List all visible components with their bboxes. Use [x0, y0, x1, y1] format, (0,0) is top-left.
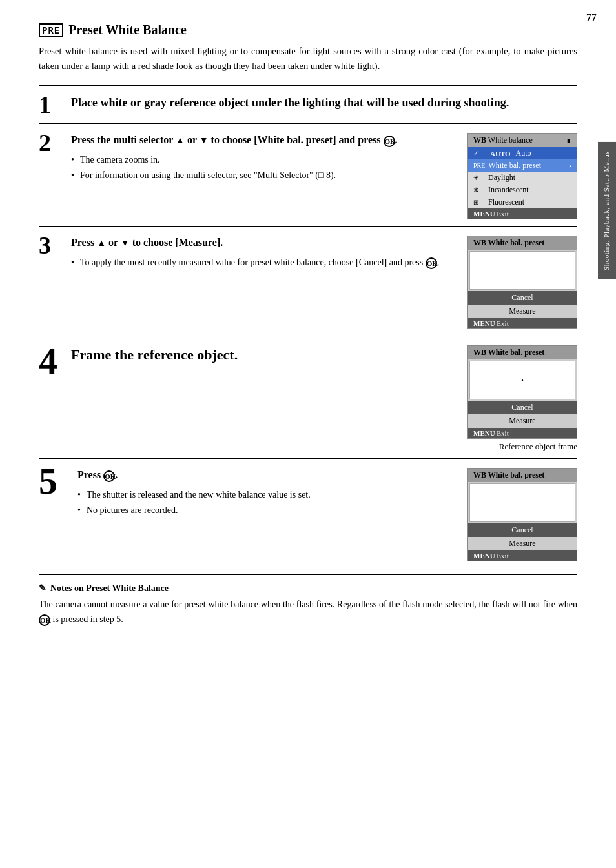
step-4-heading: Frame the reference object.	[71, 345, 457, 365]
preset-label: White bal. preset	[488, 161, 541, 170]
notes-title: ✎ Notes on Preset White Balance	[39, 583, 577, 594]
wb-measure-4: Measure	[468, 414, 577, 428]
incandescent-label: Incandescent	[488, 185, 529, 195]
page-number: 77	[586, 12, 597, 23]
step-4: 4 Frame the reference object. WB White b…	[39, 336, 577, 458]
daylight-icon: ✳	[473, 174, 485, 181]
step-2: 2 Press the multi selector ▲ or ▼ to cho…	[39, 123, 577, 226]
step-5-bullet-1: The shutter is released and the new whit…	[77, 488, 457, 502]
menu-item-daylight: ✳ Daylight	[468, 172, 577, 184]
intro-paragraph: Preset white balance is used with mixed …	[39, 44, 577, 74]
auto-tag: AUTO	[488, 150, 513, 157]
step-2-bullet-1: The camera zooms in.	[71, 153, 457, 167]
fluorescent-label: Fluorescent	[488, 197, 524, 207]
section-title: PRE Preset White Balance	[39, 23, 577, 37]
side-tab: Shooting, Playback, and Setup Menus	[598, 142, 616, 279]
wb-measure-5: Measure	[468, 537, 577, 550]
checkmark-icon: ✓	[473, 150, 485, 157]
step-3-body: Press ▲ or ▼ to choose [Measure]. To app…	[71, 236, 577, 329]
wb-menu-header-4: WB White bal. preset	[468, 346, 577, 359]
step-2-text: Press the multi selector ▲ or ▼ to choos…	[71, 133, 457, 185]
wb-viewfinder-dot	[469, 361, 575, 399]
menu-wb-label: WB White balance	[473, 136, 533, 145]
wb-cancel-4: Cancel	[468, 401, 577, 414]
step-4-right: WB White bal. preset Cancel Measure MENU…	[467, 345, 577, 452]
step-3-wb-menu: WB White bal. preset Cancel Measure MENU…	[467, 236, 577, 329]
step-3-number: 3	[39, 233, 71, 257]
step-3-content: Press ▲ or ▼ to choose [Measure]. To app…	[71, 236, 577, 329]
step-3-text: Press ▲ or ▼ to choose [Measure]. To app…	[71, 236, 457, 271]
step-2-bullet-2: For information on using the multi selec…	[71, 168, 457, 183]
step-4-number: 4	[39, 343, 71, 380]
wb-viewfinder	[469, 251, 575, 290]
reference-frame-caption: Reference object frame	[499, 441, 577, 452]
step-5-number: 5	[39, 463, 77, 500]
step-3-heading: Press ▲ or ▼ to choose [Measure].	[71, 236, 457, 250]
step-1-content: Place white or gray reference object und…	[71, 95, 577, 111]
wb-menu-header-5: WB White bal. preset	[468, 469, 577, 482]
notes-section: ✎ Notes on Preset White Balance The came…	[39, 574, 577, 627]
wb-footer-5: MENU Exit	[468, 550, 577, 561]
step-4-content: Frame the reference object. WB White bal…	[71, 345, 577, 452]
step-5: 5 Press OK. The shutter is released and …	[39, 458, 577, 568]
wb-measure-item: Measure	[468, 305, 577, 318]
step-1: 1 Place white or gray reference object u…	[39, 85, 577, 123]
menu-icon-small: ∎	[566, 136, 571, 145]
step-5-body: Press OK. The shutter is released and th…	[77, 468, 577, 561]
menu-header: WB White balance ∎	[468, 134, 577, 147]
step-2-bullets: The camera zooms in. For information on …	[71, 153, 457, 183]
step-5-content: Press OK. The shutter is released and th…	[77, 468, 577, 561]
incandescent-icon: ❋	[473, 187, 485, 194]
step-3: 3 Press ▲ or ▼ to choose [Measure]. To a…	[39, 226, 577, 336]
pre-icon: PRE	[39, 23, 63, 37]
notes-heading: Notes on Preset White Balance	[50, 583, 169, 594]
fluorescent-icon: ⊞	[473, 199, 485, 206]
wb-cancel-5: Cancel	[468, 523, 577, 537]
step-2-body: Press the multi selector ▲ or ▼ to choos…	[71, 133, 577, 219]
wb-menu-footer: MENU Exit	[468, 318, 577, 328]
step-5-heading: Press OK.	[77, 468, 457, 482]
step-2-menu-image: WB White balance ∎ ✓ AUTO Auto PRE White…	[467, 133, 577, 219]
step-5-bullet-2: No pictures are recorded.	[77, 503, 457, 518]
daylight-label: Daylight	[488, 173, 515, 183]
menu-item-auto: ✓ AUTO Auto	[468, 147, 577, 159]
auto-label: Auto	[516, 148, 531, 158]
step-5-text: Press OK. The shutter is released and th…	[77, 468, 457, 520]
step-1-number: 1	[39, 92, 71, 117]
step-5-wb-menu: WB White bal. preset Cancel Measure MENU…	[467, 468, 577, 561]
wb-menu-header: WB White bal. preset	[468, 236, 577, 250]
page-wrapper: 77 Shooting, Playback, and Setup Menus P…	[0, 0, 616, 646]
step-4-text: Frame the reference object.	[71, 345, 457, 370]
arrow-right-icon: ›	[569, 161, 571, 170]
step-2-heading: Press the multi selector ▲ or ▼ to choos…	[71, 133, 457, 147]
step-3-bullet-1: To apply the most recently measured valu…	[71, 256, 457, 270]
step-1-heading: Place white or gray reference object und…	[71, 95, 577, 111]
pre-icon-menu: PRE	[473, 162, 485, 169]
menu-footer: MENU Exit	[468, 208, 577, 219]
step-2-number: 2	[39, 130, 71, 155]
menu-item-preset: PRE White bal. preset ›	[468, 159, 577, 172]
notes-text: The camera cannot measure a value for pr…	[39, 598, 577, 627]
step-2-content: Press the multi selector ▲ or ▼ to choos…	[71, 133, 577, 219]
notes-icon: ✎	[39, 583, 46, 594]
step-3-bullets: To apply the most recently measured valu…	[71, 256, 457, 270]
step-4-body: Frame the reference object. WB White bal…	[71, 345, 577, 452]
wb-footer-4: MENU Exit	[468, 428, 577, 438]
wb-cancel-item: Cancel	[468, 291, 577, 305]
wb-viewfinder-5	[469, 483, 575, 522]
step-4-wb-menu: WB White bal. preset Cancel Measure MENU…	[467, 345, 577, 439]
steps-container: 1 Place white or gray reference object u…	[39, 85, 577, 568]
step-5-bullets: The shutter is released and the new whit…	[77, 488, 457, 518]
menu-item-fluorescent: ⊞ Fluorescent	[468, 196, 577, 208]
section-heading: Preset White Balance	[68, 23, 187, 37]
menu-item-incandescent: ❋ Incandescent	[468, 184, 577, 196]
